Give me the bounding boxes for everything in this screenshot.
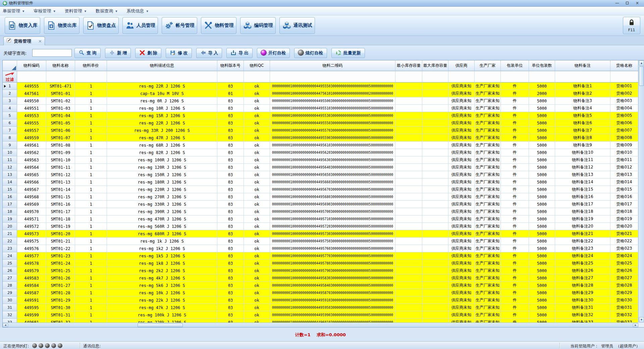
column-header-qrcode[interactable]: 物料二维码 [270,60,395,71]
cell-pack-unit[interactable]: 件 [501,230,529,238]
cell-manufacturer[interactable]: 生产厂家未知 [475,134,501,142]
cell-note[interactable]: 物料备注25 [555,260,610,267]
cell-qrcode[interactable]: 0000000001000000000000447561010000000000… [270,90,395,97]
row-number-cell[interactable]: 32 [3,311,17,319]
cell-max-stock[interactable] [422,311,448,319]
cell-pack-qty[interactable]: 5000 [529,252,555,260]
cell-manufacturer[interactable]: 生产厂家未知 [475,179,501,186]
cell-code[interactable]: 449591 [17,297,46,304]
cell-code[interactable]: 449572 [17,223,46,230]
cell-manufacturer[interactable]: 生产厂家未知 [475,267,501,275]
cell-max-stock[interactable] [422,319,448,322]
cell-desc[interactable]: res-mg 22R J 1206 S [107,119,217,127]
row-number-cell[interactable]: 14 [3,179,17,186]
cell-desc[interactable]: res-mg 0R J 1206 S [107,97,217,105]
cell-desc[interactable]: res-mg 47R J 1206 S [107,134,217,142]
cell-price[interactable]: 1 [75,223,107,230]
cell-manufacturer[interactable]: 生产厂家未知 [475,164,501,171]
cell-max-stock[interactable] [422,223,448,230]
filter-cell-max-stock[interactable] [422,71,448,83]
cell-manufacturer[interactable]: 生产厂家未知 [475,319,501,322]
cell-pack-unit[interactable]: 件 [501,238,529,245]
cell-desc[interactable]: res-mg 680R J 1206 S [107,230,217,238]
scroll-left-icon[interactable]: ◀ [3,323,8,327]
cell-pack-qty[interactable]: 5000 [529,149,555,156]
menu-item-4[interactable]: 数据查询▼ [96,8,117,14]
cell-qc[interactable]: ok [244,97,270,105]
cell-min-stock[interactable] [395,112,422,119]
cell-supplier[interactable]: 供应商未知 [448,201,475,208]
cell-slot-name[interactable]: 货格023 [610,245,638,252]
filter-cell-pack-unit[interactable] [501,71,529,83]
cell-slot-name[interactable]: 货格012 [610,164,638,171]
cell-name[interactable]: SMT01-02 [46,97,75,105]
cell-code[interactable]: 449583 [17,275,46,282]
cell-price[interactable]: 1 [75,252,107,260]
cell-pack-qty[interactable]: 5000 [529,112,555,119]
cell-version[interactable]: 03 [217,215,244,223]
cell-note[interactable]: 物料备注6 [555,119,610,127]
cell-manufacturer[interactable]: 生产厂家未知 [475,275,501,282]
cell-note[interactable]: 物料备注22 [555,238,610,245]
cell-pack-qty[interactable]: 5000 [529,127,555,134]
cell-max-stock[interactable] [422,156,448,164]
cell-pack-unit[interactable]: 件 [501,245,529,252]
cell-qc[interactable]: ok [244,230,270,238]
cell-note[interactable]: 物料备注16 [555,193,610,201]
cell-desc[interactable]: cap-ta 10u M 10V S [107,90,217,97]
cell-supplier[interactable]: 供应商未知 [448,311,475,319]
cell-supplier[interactable]: 供应商未知 [448,223,475,230]
cell-desc[interactable]: res-mg 4k7 J 1206 S [107,275,217,282]
cell-desc[interactable]: res-mg 1k2 J 1206 S [107,245,217,252]
cell-note[interactable]: 物料备注7 [555,127,610,134]
cell-max-stock[interactable] [422,119,448,127]
cell-qc[interactable]: ok [244,238,270,245]
cell-version[interactable]: 03 [217,275,244,282]
cell-qrcode[interactable]: 0000000001000000000000449565030000000000… [270,171,395,179]
cell-slot-name[interactable]: 货格017 [610,201,638,208]
cell-max-stock[interactable] [422,245,448,252]
cell-pack-qty[interactable]: 5000 [529,260,555,267]
import-button[interactable]: 导 入 [196,48,222,58]
cell-pack-unit[interactable]: 件 [501,164,529,171]
cell-pack-unit[interactable]: 件 [501,186,529,193]
cell-qc[interactable]: ok [244,186,270,193]
row-number-cell[interactable]: 3 [3,97,17,105]
cell-supplier[interactable]: 供应商未知 [448,282,475,289]
cell-pack-qty[interactable]: 5000 [529,164,555,171]
cell-pack-qty[interactable]: 5000 [529,179,555,186]
cell-version[interactable]: 03 [217,238,244,245]
cell-min-stock[interactable] [395,215,422,223]
cell-min-stock[interactable] [395,297,422,304]
cell-price[interactable]: 1 [75,156,107,164]
cell-supplier[interactable]: 供应商未知 [448,112,475,119]
cell-min-stock[interactable] [395,179,422,186]
cell-qc[interactable]: ok [244,260,270,267]
cell-min-stock[interactable] [395,90,422,97]
cell-code[interactable]: 449584 [17,282,46,289]
cell-supplier[interactable]: 供应商未知 [448,275,475,282]
row-number-cell[interactable]: 10 [3,149,17,156]
material-out-button[interactable]: 物资出库 [44,17,79,34]
cell-code[interactable]: 449553 [17,112,46,119]
cell-supplier[interactable]: 供应商未知 [448,179,475,186]
minimize-button[interactable]: — [613,1,621,6]
cell-code[interactable]: 449569 [17,201,46,208]
filter-cell-version[interactable] [217,71,244,83]
cell-pack-unit[interactable]: 件 [501,105,529,112]
cell-max-stock[interactable] [422,297,448,304]
cell-code[interactable]: 449595 [17,304,46,311]
cell-name[interactable]: SMT01-10 [46,156,75,164]
cell-pack-unit[interactable]: 件 [501,223,529,230]
cell-name[interactable]: SMT01-32 [46,319,75,322]
column-header-desc[interactable]: 物料描述信息 [107,60,217,71]
cell-name[interactable]: SMT01-23 [46,252,75,260]
cell-max-stock[interactable] [422,304,448,311]
cell-price[interactable]: 1 [75,267,107,275]
cell-supplier[interactable]: 供应商未知 [448,156,475,164]
cell-pack-qty[interactable]: 5000 [529,97,555,105]
cell-version[interactable]: 03 [217,193,244,201]
cell-price[interactable]: 1 [75,142,107,149]
cell-supplier[interactable]: 供应商未知 [448,105,475,112]
accounts-button[interactable]: 帐号管理 [162,17,197,34]
